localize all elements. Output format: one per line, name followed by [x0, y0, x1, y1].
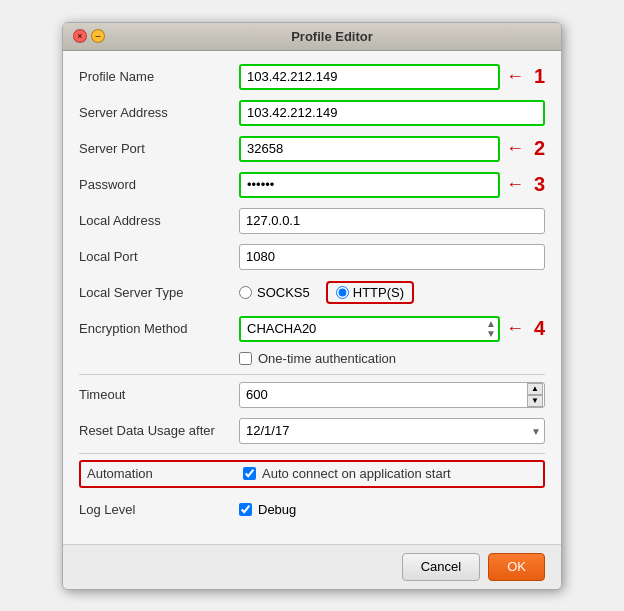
auto-connect-checkbox[interactable] [243, 467, 256, 480]
https-radio-option[interactable]: HTTP(S) [326, 281, 414, 304]
auto-connect-wrapper: Auto connect on application start [243, 466, 451, 481]
form-body: Profile Name ← 1 Server Address Server P… [63, 51, 561, 544]
local-address-label: Local Address [79, 213, 239, 228]
https-radio[interactable] [336, 286, 349, 299]
arrow-4-icon: ← [506, 318, 524, 339]
footer: Cancel OK [63, 544, 561, 589]
encryption-method-select[interactable]: CHACHA20 AES-256-CFB AES-128-CFB RC4-MD5 [239, 316, 500, 342]
reset-data-select[interactable]: 12/1/17 [239, 418, 545, 444]
cancel-button[interactable]: Cancel [402, 553, 480, 581]
reset-data-dropdown-wrapper: 12/1/17 ▼ [239, 418, 545, 444]
socks5-label: SOCKS5 [257, 285, 310, 300]
divider-1 [79, 374, 545, 375]
encryption-method-label: Encryption Method [79, 321, 239, 336]
close-button[interactable]: × [73, 29, 87, 43]
timeout-input[interactable] [239, 382, 545, 408]
timeout-spinner-wrapper: ▲ ▼ [239, 382, 545, 408]
arrow-3-icon: ← [506, 174, 524, 195]
encryption-method-row: Encryption Method CHACHA20 AES-256-CFB A… [79, 315, 545, 343]
arrow-1-icon: ← [506, 66, 524, 87]
automation-row: Automation Auto connect on application s… [79, 460, 545, 488]
password-row: Password ← 3 [79, 171, 545, 199]
window-controls: × – [73, 29, 105, 43]
timeout-spinner-buttons: ▲ ▼ [527, 383, 543, 407]
profile-name-input[interactable] [239, 64, 500, 90]
reset-data-label: Reset Data Usage after [79, 423, 239, 438]
annotation-2: 2 [534, 137, 545, 160]
minimize-button[interactable]: – [91, 29, 105, 43]
password-label: Password [79, 177, 239, 192]
server-port-row: Server Port ← 2 [79, 135, 545, 163]
local-port-label: Local Port [79, 249, 239, 264]
https-label: HTTP(S) [353, 285, 404, 300]
log-level-label: Log Level [79, 502, 239, 517]
server-type-radio-group: SOCKS5 HTTP(S) [239, 281, 545, 304]
timeout-decrement-button[interactable]: ▼ [527, 395, 543, 407]
window-title: Profile Editor [113, 29, 551, 44]
debug-checkbox[interactable] [239, 503, 252, 516]
automation-label: Automation [87, 466, 243, 481]
profile-name-row: Profile Name ← 1 [79, 63, 545, 91]
timeout-label: Timeout [79, 387, 239, 402]
annotation-4: 4 [534, 317, 545, 340]
divider-2 [79, 453, 545, 454]
one-time-auth-label[interactable]: One-time authentication [239, 351, 396, 366]
socks5-radio-option[interactable]: SOCKS5 [239, 285, 310, 300]
reset-data-row: Reset Data Usage after 12/1/17 ▼ [79, 417, 545, 445]
profile-name-label: Profile Name [79, 69, 239, 84]
annotation-3: 3 [534, 173, 545, 196]
server-port-label: Server Port [79, 141, 239, 156]
profile-editor-window: × – Profile Editor Profile Name ← 1 Serv… [62, 22, 562, 590]
local-address-row: Local Address [79, 207, 545, 235]
one-time-auth-checkbox[interactable] [239, 352, 252, 365]
server-address-label: Server Address [79, 105, 239, 120]
debug-label: Debug [258, 502, 296, 517]
local-server-type-label: Local Server Type [79, 285, 239, 300]
one-time-auth-row: One-time authentication [79, 351, 545, 366]
annotation-1: 1 [534, 65, 545, 88]
server-address-row: Server Address [79, 99, 545, 127]
arrow-2-icon: ← [506, 138, 524, 159]
local-server-type-row: Local Server Type SOCKS5 HTTP(S) [79, 279, 545, 307]
socks5-radio[interactable] [239, 286, 252, 299]
local-port-input[interactable] [239, 244, 545, 270]
timeout-increment-button[interactable]: ▲ [527, 383, 543, 395]
server-address-input[interactable] [239, 100, 545, 126]
log-level-row: Log Level Debug [79, 496, 545, 524]
timeout-row: Timeout ▲ ▼ [79, 381, 545, 409]
ok-button[interactable]: OK [488, 553, 545, 581]
auto-connect-label: Auto connect on application start [262, 466, 451, 481]
password-input[interactable] [239, 172, 500, 198]
local-port-row: Local Port [79, 243, 545, 271]
local-address-input[interactable] [239, 208, 545, 234]
server-port-input[interactable] [239, 136, 500, 162]
titlebar: × – Profile Editor [63, 23, 561, 51]
